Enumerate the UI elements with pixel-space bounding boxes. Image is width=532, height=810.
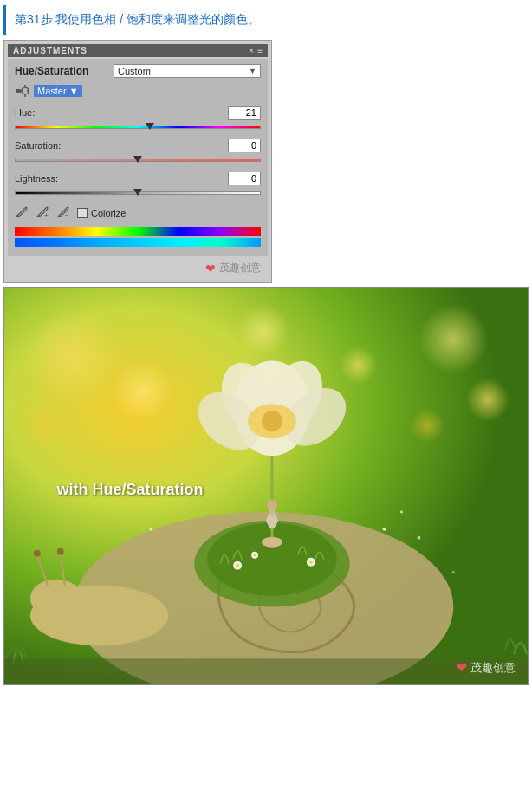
step-text: 我使用色相 / 饱和度来调整光的颜色。 <box>55 12 260 26</box>
colorize-checkbox[interactable] <box>77 208 88 218</box>
colorize-label: Colorize <box>91 208 126 218</box>
svg-point-32 <box>254 554 256 556</box>
eyedropper-subtract-icon[interactable]: − <box>56 204 70 218</box>
adjustments-panel: ADJUSTMENTS × ≡ Hue/Saturation Custom ▼ <box>3 40 272 283</box>
panel-header: ADJUSTMENTS × ≡ <box>8 44 268 57</box>
bottom-tools-row: + − Colorize <box>15 204 261 218</box>
preset-dropdown[interactable]: Custom ▼ <box>114 64 261 78</box>
lightness-value[interactable]: 0 <box>228 172 261 185</box>
hue-thumb[interactable] <box>146 123 154 130</box>
photo-section: with Hue/Saturation ❤ 茂趣创意 <box>3 287 529 685</box>
svg-point-10 <box>26 309 121 405</box>
svg-text:−: − <box>65 211 69 218</box>
colorize-row: Colorize <box>77 208 126 218</box>
preset-value: Custom <box>118 66 151 76</box>
step-title: 第31步 我使用色相 / 饱和度来调整光的颜色。 <box>3 5 529 35</box>
svg-point-30 <box>309 561 313 564</box>
channel-dropdown[interactable]: Master ▼ <box>34 85 82 97</box>
svg-point-47 <box>417 536 420 540</box>
hs-title: Hue/Saturation <box>15 65 88 77</box>
lightness-thumb[interactable] <box>133 189 142 196</box>
top-spectrum-bar <box>15 227 261 236</box>
panel-watermark: ❤ 茂趣创意 <box>8 256 268 279</box>
svg-point-17 <box>340 347 378 385</box>
svg-point-28 <box>236 564 239 567</box>
svg-point-11 <box>113 360 173 421</box>
panel-menu-icon[interactable]: ≡ <box>257 46 263 55</box>
lightness-slider[interactable] <box>15 187 261 199</box>
svg-point-40 <box>262 411 282 431</box>
photo-watermark: ❤ 茂趣创意 <box>456 659 516 676</box>
svg-point-48 <box>149 528 152 531</box>
hue-group: Hue: +21 <box>15 106 261 133</box>
panel-content: Hue/Saturation Custom ▼ Master ▼ <box>8 59 268 256</box>
hue-label: Hue: <box>15 107 71 118</box>
svg-point-16 <box>237 305 289 357</box>
saturation-label: Saturation: <box>15 140 71 151</box>
svg-point-14 <box>466 378 509 421</box>
svg-point-46 <box>400 510 403 513</box>
svg-point-15 <box>410 408 444 443</box>
svg-point-13 <box>418 305 488 374</box>
hue-slider[interactable] <box>15 121 261 133</box>
hue-label-row: Hue: +21 <box>15 106 261 120</box>
channel-arrow-icon: ▼ <box>69 86 79 96</box>
hue-value[interactable]: +21 <box>228 106 261 120</box>
svg-point-20 <box>30 580 82 618</box>
saturation-group: Saturation: 0 <box>15 139 261 166</box>
svg-point-49 <box>452 571 455 573</box>
svg-point-43 <box>267 500 277 510</box>
svg-point-23 <box>34 550 41 557</box>
bottom-spectrum-bar <box>15 238 261 247</box>
saturation-label-row: Saturation: 0 <box>15 139 261 152</box>
tools-row: Master ▼ <box>15 83 261 99</box>
svg-point-12 <box>19 401 68 450</box>
hs-header-row: Hue/Saturation Custom ▼ <box>15 64 261 78</box>
lightness-label: Lightness: <box>15 173 71 184</box>
spectrum-area <box>15 227 261 247</box>
svg-point-45 <box>383 528 386 531</box>
dropdown-arrow-icon: ▼ <box>249 67 256 75</box>
target-adjust-tool-icon[interactable] <box>15 83 30 99</box>
panel-watermark-text: 茂趣创意 <box>219 261 261 275</box>
eyedropper-add-icon[interactable]: + <box>36 204 49 218</box>
svg-point-24 <box>57 548 64 555</box>
panel-header-title: ADJUSTMENTS <box>13 46 88 55</box>
photo-watermark-text: 茂趣创意 <box>470 660 516 676</box>
step-number: 第31步 <box>15 12 53 26</box>
eyedropper-icon[interactable] <box>15 204 29 218</box>
channel-label: Master <box>37 86 67 96</box>
saturation-slider[interactable] <box>15 154 261 166</box>
lightness-label-row: Lightness: 0 <box>15 172 261 185</box>
hue-track <box>15 126 261 129</box>
panel-close-icon[interactable]: × <box>249 46 254 55</box>
svg-point-41 <box>262 537 282 548</box>
saturation-thumb[interactable] <box>133 156 142 163</box>
photo-background: with Hue/Saturation ❤ 茂趣创意 <box>4 288 528 684</box>
photo-overlay-text: with Hue/Saturation <box>56 481 203 499</box>
lightness-group: Lightness: 0 <box>15 172 261 199</box>
panel-header-controls: × ≡ <box>249 46 263 55</box>
svg-text:+: + <box>44 211 49 218</box>
svg-rect-44 <box>4 658 528 684</box>
saturation-value[interactable]: 0 <box>228 139 261 152</box>
